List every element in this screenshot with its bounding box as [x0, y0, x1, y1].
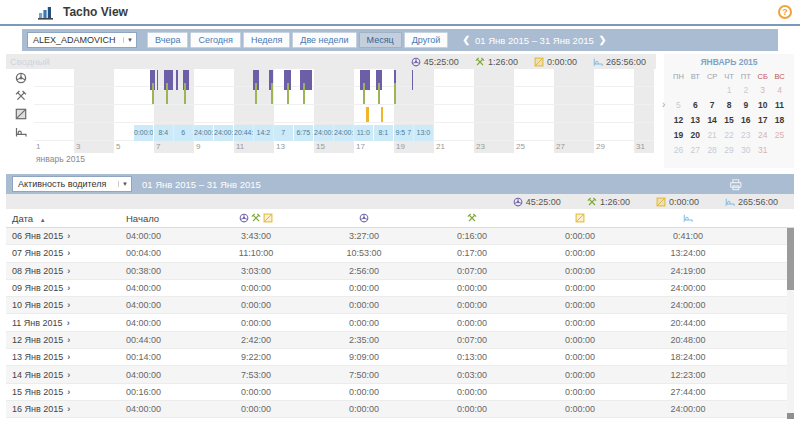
work-bar	[303, 83, 305, 104]
calendar-day-17[interactable]: 17	[754, 113, 771, 128]
calendar-day-25[interactable]: 25	[771, 128, 788, 143]
calendar-day-20[interactable]: 20	[687, 128, 704, 143]
row-value: 18:24:00	[634, 352, 742, 362]
report-mode-select[interactable]: Активность водителя ▼	[12, 176, 132, 192]
calendar-day-22[interactable]: 22	[721, 128, 738, 143]
calendar-day-5[interactable]: 5	[670, 98, 687, 113]
row-value: 0:17:00	[418, 248, 526, 258]
expand-row-icon[interactable]: ›	[67, 300, 70, 310]
calendar-day-26[interactable]: 26	[670, 143, 687, 158]
period-button-1[interactable]: Сегодня	[190, 32, 241, 48]
expand-row-icon[interactable]: ›	[67, 248, 70, 258]
table-row[interactable]: 07 Янв 2015›00:04:0011:10:0010:53:000:17…	[6, 245, 794, 262]
calendar-day-23[interactable]: 23	[737, 128, 754, 143]
table-row[interactable]: 10 Янв 2015›04:00:000:00:000:00:000:00:0…	[6, 297, 794, 314]
work-icon	[475, 57, 485, 67]
table-row[interactable]: 06 Янв 2015›04:00:003:43:003:27:000:16:0…	[6, 228, 794, 245]
table-row[interactable]: 13 Янв 2015›00:14:009:22:009:09:000:13:0…	[6, 349, 794, 366]
table-row[interactable]: 15 Янв 2015›00:16:000:00:000:00:000:00:0…	[6, 384, 794, 401]
table-scrollbar[interactable]	[787, 228, 794, 419]
expand-row-icon[interactable]: ›	[67, 318, 70, 328]
column-header-start: Начало	[126, 213, 202, 224]
calendar-day-14[interactable]: 14	[704, 113, 721, 128]
calendar-day-3[interactable]: 3	[754, 83, 771, 98]
driver-select[interactable]: ALEX_ADAMOVICH ▼	[27, 32, 137, 48]
expand-row-icon[interactable]: ›	[67, 404, 70, 414]
driving-bar	[164, 70, 173, 90]
row-value: 20:48:00	[634, 335, 742, 345]
table-row[interactable]: 11 Янв 2015›04:00:000:00:000:00:000:00:0…	[6, 314, 794, 331]
row-value: 0:00:00	[526, 370, 634, 380]
table-row[interactable]: 16 Янв 2015›04:00:000:00:000:00:000:00:0…	[6, 401, 794, 418]
calendar-day-28[interactable]: 28	[704, 143, 721, 158]
expand-row-icon[interactable]: ›	[67, 387, 70, 397]
calendar-day-19[interactable]: 19	[670, 128, 687, 143]
calendar-day-1[interactable]: 1	[721, 83, 738, 98]
row-value: 0:00:00	[310, 318, 418, 328]
calendar-day-30[interactable]: 30	[737, 143, 754, 158]
next-range-icon[interactable]: ❯	[599, 35, 607, 45]
period-button-4[interactable]: Месяц	[359, 32, 402, 48]
column-header-icons-2[interactable]	[418, 213, 526, 223]
row-value: 0:00:00	[310, 300, 418, 310]
column-header-date[interactable]: Дата ▲	[6, 213, 126, 224]
scrollbar-thumb[interactable]	[787, 228, 794, 290]
row-date: 09 Янв 2015›	[6, 283, 126, 293]
calendar-day-15[interactable]: 15	[721, 113, 738, 128]
period-button-3[interactable]: Две недели	[292, 32, 356, 48]
calendar-day-6[interactable]: 6	[687, 98, 704, 113]
calendar-day-10[interactable]: 10	[754, 98, 771, 113]
table-row[interactable]: 08 Янв 2015›00:38:003:03:002:56:000:07:0…	[6, 263, 794, 280]
prev-range-icon[interactable]: ❮	[462, 35, 470, 45]
calendar-day-11[interactable]: 11	[771, 98, 788, 113]
row-date: 10 Янв 2015›	[6, 300, 126, 310]
driver-select-value: ALEX_ADAMOVICH	[33, 35, 116, 45]
calendar-day-13[interactable]: 13	[687, 113, 704, 128]
table-date-range: 01 Янв 2015 – 31 Янв 2015	[142, 179, 261, 190]
table-row[interactable]: 14 Янв 2015›04:00:007:53:007:50:000:03:0…	[6, 366, 794, 383]
calendar-weekday-ВС: ВС	[771, 70, 788, 83]
calendar-day-29[interactable]: 29	[721, 143, 738, 158]
row-value: 0:13:00	[418, 352, 526, 362]
calendar-day-2[interactable]: 2	[737, 83, 754, 98]
calendar-day-8[interactable]: 8	[721, 98, 738, 113]
expand-row-icon[interactable]: ›	[67, 231, 70, 241]
calendar-day-9[interactable]: 9	[737, 98, 754, 113]
calendar-day-16[interactable]: 16	[737, 113, 754, 128]
period-button-5[interactable]: Другой	[404, 32, 449, 48]
calendar-day-27[interactable]: 27	[687, 143, 704, 158]
expand-row-icon[interactable]: ›	[67, 335, 70, 345]
scrollbar-down-icon[interactable]	[787, 413, 794, 419]
period-button-2[interactable]: Неделя	[243, 32, 290, 48]
calendar-day-21[interactable]: 21	[704, 128, 721, 143]
activity-table-panel: Активность водителя ▼ 01 Янв 2015 – 31 Я…	[6, 174, 794, 419]
calendar-day-31[interactable]: 31	[754, 143, 771, 158]
calendar-day-18[interactable]: 18	[771, 113, 788, 128]
axis-month-label: январь 2015	[6, 154, 656, 168]
rest-cell-day-16: 24:00:00	[334, 125, 353, 141]
calendar-day-4[interactable]: 4	[771, 83, 788, 98]
calendar-collapse-icon[interactable]: ›	[662, 100, 665, 110]
column-header-icons-3[interactable]	[526, 213, 634, 223]
table-row[interactable]: 09 Янв 2015›04:00:000:00:000:00:000:00:0…	[6, 280, 794, 297]
period-button-0[interactable]: Вчера	[147, 32, 188, 48]
expand-row-icon[interactable]: ›	[67, 283, 70, 293]
column-header-icons-0[interactable]	[202, 213, 310, 223]
row-value: 24:00:00	[634, 283, 742, 293]
help-icon[interactable]: ?	[778, 5, 792, 19]
column-header-icons-4[interactable]	[634, 213, 742, 223]
table-row[interactable]: 12 Янв 2015›00:44:002:42:002:35:000:07:0…	[6, 332, 794, 349]
rest-cell-day-12: 14:2	[254, 125, 273, 141]
expand-row-icon[interactable]: ›	[67, 266, 70, 276]
rest-icon	[593, 57, 603, 67]
calendar-day-12[interactable]: 12	[670, 113, 687, 128]
row-value: 0:00:00	[202, 404, 310, 414]
expand-row-icon[interactable]: ›	[67, 352, 70, 362]
row-value: 0:00:00	[202, 387, 310, 397]
calendar-day-24[interactable]: 24	[754, 128, 771, 143]
column-header-icons-1[interactable]	[310, 213, 418, 223]
row-value: 27:44:00	[634, 387, 742, 397]
expand-row-icon[interactable]: ›	[67, 370, 70, 380]
print-icon[interactable]	[729, 178, 742, 191]
calendar-day-7[interactable]: 7	[704, 98, 721, 113]
